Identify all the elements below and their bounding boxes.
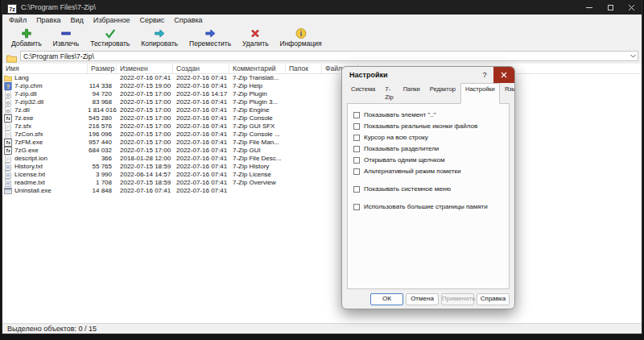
- menu-item-help[interactable]: Справка: [169, 15, 207, 26]
- file-row[interactable]: descript.ion3662018-01-28 12:002022-07-1…: [2, 155, 642, 163]
- file-size-cell: 1 814 016: [88, 106, 117, 114]
- folder-icon: [4, 74, 12, 82]
- file-row[interactable]: 7z.dll1 814 0162022-07-15 17:002022-07-1…: [2, 106, 642, 114]
- menu-item-favorites[interactable]: Избранное: [89, 15, 135, 26]
- option-show-system-menu-label: Показывать системное меню: [364, 185, 451, 193]
- column-header-modified[interactable]: Изменен: [117, 64, 173, 73]
- page-icon: [4, 155, 12, 163]
- toolbar: ДобавитьИзвлечьТестироватьКопироватьПере…: [2, 26, 642, 50]
- file-name-cell: 7z7zFM.exe: [2, 139, 88, 147]
- test-button[interactable]: Тестировать: [85, 27, 135, 48]
- file-row[interactable]: Uninstall.exe14 8482022-07-16 07:412022-…: [2, 187, 642, 195]
- ok-button[interactable]: ОК: [370, 293, 403, 305]
- menu-item-file[interactable]: Файл: [4, 15, 31, 26]
- file-row[interactable]: 7z7zG.exe684 0322022-07-15 17:002022-07-…: [2, 147, 642, 155]
- tab-folders[interactable]: Папки: [398, 83, 425, 104]
- file-modified-cell: 2022-07-15 17:00: [117, 122, 173, 131]
- add-button[interactable]: Добавить: [6, 27, 47, 48]
- dialog-close-button[interactable]: [493, 67, 514, 83]
- file-row[interactable]: History.txt55 7652022-07-15 18:592022-07…: [2, 163, 642, 171]
- info-icon: i: [295, 27, 308, 39]
- tab-system[interactable]: Система: [346, 83, 380, 104]
- file-folders-cell: [286, 163, 322, 171]
- file-row[interactable]: 7-zip32.dll83 9682022-07-15 17:002022-07…: [2, 98, 642, 106]
- help-icon: ?: [4, 82, 12, 90]
- file-folders-cell: [286, 74, 322, 82]
- file-name-cell: Lang: [2, 74, 88, 82]
- settings-dialog-controls: ?: [476, 67, 514, 83]
- test-button-label: Тестировать: [90, 39, 130, 48]
- file-comment-cell: [229, 187, 286, 195]
- option-alternative-selection[interactable]: Альтернативный режим пометки: [353, 167, 503, 176]
- option-show-dotdot-item[interactable]: Показывать элемент "..": [353, 110, 503, 120]
- tab-editor[interactable]: Редактор: [425, 83, 460, 104]
- option-use-large-memory-pages[interactable]: Использовать большие страницы памяти: [353, 202, 503, 212]
- file-name-label: 7-zip.chm: [14, 82, 43, 90]
- file-comment-cell: 7-Zip File Man...: [229, 139, 286, 147]
- file-row[interactable]: 7z7zFM.exe957 4402022-07-15 17:002022-07…: [2, 139, 642, 147]
- address-dropdown-button[interactable]: [628, 52, 638, 60]
- column-header-size[interactable]: Размер: [88, 64, 117, 73]
- file-row[interactable]: ?7-zip.chm114 3382022-07-15 19:002022-07…: [2, 82, 642, 90]
- addressbar: [2, 50, 642, 64]
- file-created-cell: 2022-07-16 07:41: [173, 106, 229, 114]
- file-created-cell: 2022-07-16 07:41: [173, 179, 229, 187]
- file-name-cell: Uninstall.exe: [2, 187, 88, 195]
- tab-settings[interactable]: Настройки: [460, 83, 500, 104]
- dialog-help-button[interactable]: ?: [476, 67, 493, 83]
- option-show-system-menu[interactable]: Показывать системное меню: [353, 185, 503, 194]
- 7zip-file-manager-window: 7z C:\Program Files\7-Zip\ ФайлПравкаВид…: [2, 0, 642, 334]
- checkbox-icon: [353, 123, 360, 130]
- file-size-cell: 14 848: [88, 187, 117, 195]
- svg-text:7z: 7z: [6, 116, 10, 121]
- close-icon: [628, 4, 635, 11]
- menu-item-view[interactable]: Вид: [66, 15, 89, 26]
- dll-icon: [4, 90, 12, 98]
- maximize-button[interactable]: [600, 0, 621, 15]
- file-row[interactable]: 7-zip.dll94 7202022-07-15 17:002022-07-1…: [2, 90, 642, 98]
- file-created-cell: 2022-07-16 07:41: [173, 155, 229, 163]
- file-row[interactable]: Lang2022-07-16 07:412022-07-16 07:417-Zi…: [2, 74, 642, 82]
- option-show-real-file-icons[interactable]: Показывать реальные иконки файлов: [353, 122, 503, 131]
- extract-button[interactable]: Извлечь: [47, 27, 85, 48]
- address-input[interactable]: [21, 52, 628, 60]
- file-row[interactable]: 7zCon.sfx196 0962022-07-15 17:002022-07-…: [2, 131, 642, 139]
- help-button[interactable]: Справка: [477, 293, 510, 305]
- file-comment-cell: 7-Zip File Desc...: [229, 155, 286, 163]
- file-folders-cell: [286, 90, 322, 98]
- window-controls: [579, 0, 642, 15]
- file-row[interactable]: 7z7z.exe545 2802022-07-15 17:002022-07-1…: [2, 114, 642, 122]
- minimize-button[interactable]: [579, 0, 600, 15]
- option-show-grid-lines[interactable]: Показывать разделители: [353, 144, 503, 154]
- option-single-click-open[interactable]: Открывать одним щелчком: [353, 155, 503, 165]
- delete-button[interactable]: Удалить: [237, 27, 274, 48]
- column-header-name[interactable]: Имя: [2, 64, 88, 73]
- copy-button[interactable]: Копировать: [135, 27, 184, 48]
- settings-tab-page: Показывать элемент ".."Показывать реальн…: [347, 103, 510, 289]
- file-modified-cell: 2022-07-15 17:00: [117, 147, 173, 155]
- close-button[interactable]: [621, 0, 642, 15]
- option-full-row-select[interactable]: Курсор на всю строку: [353, 133, 503, 143]
- chevron-down-icon: [630, 54, 636, 58]
- tab-7zip[interactable]: 7-Zip: [380, 83, 398, 104]
- file-name-label: 7z.dll: [14, 106, 30, 114]
- option-alternative-selection-label: Альтернативный режим пометки: [364, 168, 460, 176]
- file-folders-cell: [286, 155, 322, 163]
- column-header-comment[interactable]: Комментарий: [229, 64, 286, 73]
- delete-button-label: Удалить: [242, 39, 268, 48]
- file-size-cell: 196 096: [88, 131, 117, 139]
- file-size-cell: 216 576: [88, 122, 117, 131]
- dll-icon: [4, 98, 12, 106]
- column-header-created[interactable]: Создан: [173, 64, 229, 73]
- cancel-button[interactable]: Отмена: [406, 293, 439, 305]
- file-row[interactable]: 7z.sfx216 5762022-07-15 17:002022-07-16 …: [2, 122, 642, 131]
- tab-language[interactable]: Язык: [500, 83, 515, 104]
- menu-item-tools[interactable]: Сервис: [134, 15, 169, 26]
- file-row[interactable]: readme.txt1 7082022-07-15 18:592022-07-1…: [2, 179, 642, 187]
- menu-item-edit[interactable]: Правка: [31, 15, 65, 26]
- info-button[interactable]: iИнформация: [275, 27, 328, 48]
- move-button[interactable]: Переместить: [184, 27, 237, 48]
- column-header-folders[interactable]: Папок: [286, 64, 322, 73]
- svg-text:7z: 7z: [9, 6, 15, 12]
- file-row[interactable]: License.txt3 9902022-06-14 14:572022-07-…: [2, 171, 642, 179]
